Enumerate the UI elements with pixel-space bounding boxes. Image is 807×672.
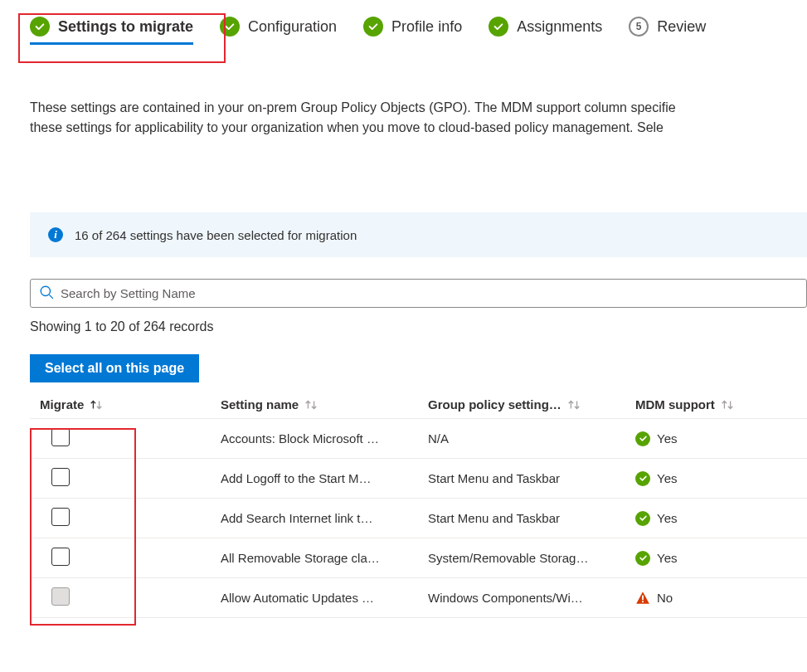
- description-line-1: These settings are contained in your on-…: [30, 100, 676, 114]
- gp-setting-cell: Start Menu and Taskbar: [428, 511, 635, 525]
- tab-review[interactable]: 5Review: [629, 17, 706, 45]
- search-box[interactable]: [30, 279, 807, 308]
- setting-name-cell: Allow Automatic Updates …: [221, 591, 428, 605]
- table-row: Add Search Internet link t…Start Menu an…: [30, 499, 807, 538]
- column-label: Group policy setting…: [428, 397, 561, 411]
- gp-setting-cell: System/Removable Storag…: [428, 551, 635, 565]
- tab-assignments[interactable]: Assignments: [489, 17, 602, 45]
- column-header-setting-name[interactable]: Setting name: [221, 397, 428, 411]
- svg-point-0: [41, 286, 50, 295]
- migrate-checkbox[interactable]: [51, 468, 70, 486]
- column-label: Migrate: [40, 397, 84, 411]
- search-icon: [39, 285, 54, 302]
- sort-icon: [304, 399, 318, 411]
- check-circle-icon: [635, 471, 650, 486]
- sort-icon: [566, 399, 581, 411]
- setting-name-cell: Add Search Internet link t…: [221, 511, 428, 525]
- mdm-value: Yes: [657, 431, 677, 446]
- migrate-checkbox[interactable]: [51, 548, 70, 566]
- mdm-value: Yes: [657, 511, 677, 525]
- select-all-button[interactable]: Select all on this page: [30, 354, 199, 382]
- tab-label: Assignments: [517, 18, 602, 36]
- check-icon: [489, 17, 508, 37]
- setting-name-cell: All Removable Storage cla…: [221, 551, 428, 565]
- search-input[interactable]: [61, 286, 798, 300]
- table-row: Allow Automatic Updates …Windows Compone…: [30, 578, 807, 618]
- check-circle-icon: [635, 551, 650, 566]
- table-header-row: Migrate Setting name Group policy settin…: [30, 391, 807, 419]
- column-header-gp-setting[interactable]: Group policy setting…: [428, 397, 635, 411]
- gp-setting-cell: Start Menu and Taskbar: [428, 471, 635, 485]
- mdm-value: No: [657, 591, 673, 605]
- wizard-tabs: Settings to migrateConfigurationProfile …: [0, 0, 807, 58]
- mdm-value: Yes: [657, 551, 677, 565]
- tab-settings-to-migrate[interactable]: Settings to migrate: [30, 17, 193, 45]
- gp-setting-cell: Windows Components/Wi…: [428, 591, 635, 605]
- check-icon: [30, 17, 50, 37]
- column-header-mdm-support[interactable]: MDM support: [635, 397, 801, 411]
- column-label: Setting name: [221, 397, 299, 411]
- setting-name-cell: Add Logoff to the Start M…: [221, 471, 428, 485]
- check-icon: [363, 17, 383, 37]
- mdm-support-cell: Yes: [635, 471, 793, 486]
- mdm-support-cell: Yes: [635, 511, 793, 526]
- check-icon: [220, 17, 240, 37]
- migrate-checkbox[interactable]: [51, 508, 70, 526]
- setting-name-cell: Accounts: Block Microsoft …: [221, 431, 428, 446]
- column-label: MDM support: [635, 397, 715, 411]
- migrate-checkbox[interactable]: [51, 428, 70, 446]
- tab-configuration[interactable]: Configuration: [220, 17, 337, 45]
- tab-profile-info[interactable]: Profile info: [363, 17, 462, 45]
- check-circle-icon: [635, 511, 650, 526]
- column-header-migrate[interactable]: Migrate: [30, 397, 221, 411]
- gp-setting-cell: N/A: [428, 431, 635, 446]
- warning-icon: [635, 591, 650, 606]
- info-icon: i: [48, 227, 63, 242]
- table-row: Add Logoff to the Start M…Start Menu and…: [30, 459, 807, 499]
- check-circle-icon: [635, 431, 650, 446]
- table-row: All Removable Storage cla…System/Removab…: [30, 538, 807, 578]
- tab-label: Configuration: [248, 18, 337, 36]
- mdm-value: Yes: [657, 471, 677, 485]
- tab-label: Settings to migrate: [58, 18, 193, 36]
- tab-label: Profile info: [391, 18, 462, 36]
- step-number-icon: 5: [629, 17, 649, 37]
- description-line-2: these settings for applicability to your…: [30, 120, 664, 134]
- svg-rect-3: [642, 601, 644, 602]
- tab-label: Review: [657, 18, 706, 36]
- records-count: Showing 1 to 20 of 264 records: [30, 319, 807, 334]
- settings-table: Migrate Setting name Group policy settin…: [30, 391, 807, 618]
- info-text: 16 of 264 settings have been selected fo…: [75, 228, 357, 242]
- table-row: Accounts: Block Microsoft …N/AYes: [30, 419, 807, 459]
- sort-icon: [720, 399, 735, 411]
- info-message-bar: i 16 of 264 settings have been selected …: [30, 212, 807, 257]
- svg-rect-2: [642, 595, 644, 600]
- mdm-support-cell: No: [635, 591, 793, 606]
- mdm-support-cell: Yes: [635, 551, 793, 566]
- svg-line-1: [49, 295, 53, 299]
- migrate-checkbox: [51, 587, 70, 606]
- sort-icon: [89, 399, 104, 411]
- description-text: These settings are contained in your on-…: [0, 58, 807, 138]
- mdm-support-cell: Yes: [635, 431, 793, 446]
